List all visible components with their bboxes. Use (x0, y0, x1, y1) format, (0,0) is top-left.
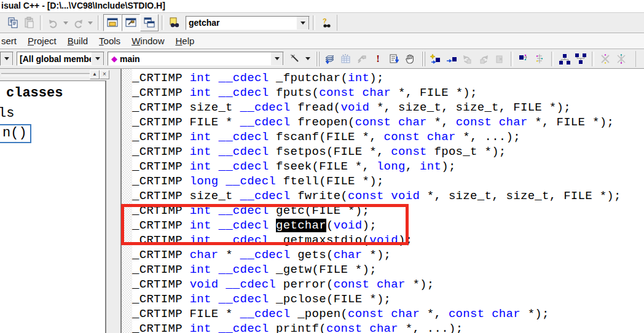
compile-button[interactable] (322, 51, 338, 67)
code-line: _CRTIMP int __cdecl getchar(void); (132, 218, 644, 233)
find-combobox-dropdown[interactable] (296, 16, 309, 30)
svg-text:?: ? (323, 17, 327, 25)
code-line: _CRTIMP FILE * __cdecl freopen(const cha… (132, 115, 644, 130)
execute-program-button[interactable]: ! (370, 51, 386, 67)
members-list-button[interactable] (532, 51, 548, 67)
base-classes-button[interactable] (573, 51, 589, 67)
workspace-window-icon (106, 17, 119, 29)
menu-item-window[interactable]: Window (126, 36, 170, 46)
forward-context-icon (478, 53, 489, 65)
derived-graph-icon (599, 53, 611, 65)
member-combobox-dropdown[interactable] (270, 52, 283, 66)
base-graph-button[interactable] (613, 51, 629, 67)
selected-word: getchar (276, 219, 326, 232)
wizard-build-toolbar: [All global members ◆ main (0, 49, 644, 69)
tree-item-globals[interactable]: ls (0, 106, 14, 121)
tree-item-classes[interactable]: classes (6, 85, 63, 101)
forward-context-button[interactable] (476, 51, 492, 67)
menu-item-project[interactable]: Project (22, 36, 62, 46)
code-line: _CRTIMP long __cdecl ftell(FILE *); (132, 174, 644, 189)
build-button[interactable] (338, 51, 354, 67)
class-combobox-clipped[interactable] (0, 52, 14, 66)
cascade-windows-icon (143, 17, 155, 29)
undo-button[interactable] (45, 15, 61, 31)
go-button[interactable] (386, 51, 402, 67)
paste-icon (23, 17, 35, 29)
menu-item-help[interactable]: Help (170, 36, 200, 46)
output-toggle-button[interactable] (122, 14, 140, 31)
derived-classes-button[interactable] (557, 51, 573, 67)
compile-icon (324, 53, 336, 65)
tree-item-main-selected[interactable]: n() (0, 124, 31, 143)
hand-icon (404, 53, 416, 65)
window-list-button[interactable] (140, 14, 159, 31)
pane-collapse-button[interactable]: ▲ (90, 70, 100, 79)
goto-reference-button[interactable] (444, 51, 460, 67)
paste-button[interactable] (21, 15, 37, 31)
magic-wand-icon (289, 53, 302, 65)
find-combobox[interactable]: getchar (186, 16, 310, 30)
window-title: isual C++ - [D:\...\VC98\Include\STDIO.H… (1, 1, 165, 10)
build-icon (340, 53, 352, 65)
code-line: _CRTIMP int __cdecl fscanf(FILE *, const… (132, 130, 644, 144)
workspace-pane: ▲ × classes ls n() (0, 69, 120, 333)
redo-icon (73, 17, 84, 28)
code-line: _CRTIMP int __cdecl fseek(FILE *, long, … (132, 159, 644, 174)
next-definition-button[interactable] (492, 51, 508, 67)
workspace-toggle-button[interactable] (103, 14, 122, 31)
base-graph-icon (615, 53, 627, 65)
insert-breakpoint-button[interactable] (402, 51, 418, 67)
code-line: _CRTIMP int __cdecl printf(const char *,… (132, 321, 644, 333)
filter-combobox-dropdown[interactable] (91, 52, 104, 66)
wizardbar-action-button[interactable] (288, 51, 304, 67)
filter-combobox-value: [All global members (17, 54, 91, 64)
menu-item-tools[interactable]: Tools (93, 36, 126, 46)
menu-item-build[interactable]: Build (62, 36, 93, 46)
find-combobox-value: getchar (186, 18, 296, 28)
class-combobox-dropdown[interactable] (0, 52, 13, 66)
search-help-icon: ? (320, 17, 332, 29)
redo-dropdown[interactable] (86, 15, 95, 31)
next-definition-icon (494, 53, 505, 65)
derived-classes-icon (559, 53, 571, 65)
filter-combobox[interactable]: [All global members (17, 52, 104, 66)
search-help-button[interactable]: ? (318, 15, 334, 31)
go-icon (388, 53, 400, 65)
goto-definition-button[interactable] (428, 51, 444, 67)
classview-tree[interactable]: classes ls n() (0, 80, 106, 333)
derived-graph-button[interactable] (597, 51, 613, 67)
redo-button[interactable] (70, 15, 86, 31)
code-line: _CRTIMP FILE * __cdecl _popen(const char… (132, 307, 644, 321)
goto-definition-icon (430, 53, 442, 65)
undo-icon (48, 17, 59, 28)
pane-close-button[interactable]: × (100, 70, 109, 79)
code-line: _CRTIMP int __cdecl getc(FILE *); (132, 203, 644, 218)
code-line: _CRTIMP size_t __cdecl fread(void *, siz… (132, 100, 644, 115)
base-classes-icon (575, 53, 587, 65)
pop-context-button[interactable] (460, 51, 476, 67)
stop-build-button[interactable] (354, 51, 370, 67)
menu-bar: sertProjectBuildToolsWindowHelp (0, 33, 644, 49)
goto-reference-icon (446, 53, 458, 65)
members-list-icon (534, 53, 546, 65)
code-line: _CRTIMP size_t __cdecl fwrite(const void… (132, 189, 644, 203)
code-line: _CRTIMP int __cdecl _pclose(FILE *); (132, 292, 644, 307)
selection-margin[interactable] (122, 69, 132, 333)
source-editor[interactable]: _CRTIMP int __cdecl _fputchar(int);_CRTI… (120, 69, 644, 333)
pane-gripper[interactable] (1, 73, 90, 76)
output-window-icon (125, 17, 137, 29)
wizardbar-action-dropdown[interactable] (304, 51, 312, 67)
menu-item-sert[interactable]: sert (0, 36, 22, 46)
code-line: _CRTIMP char * __cdecl gets(char *); (132, 248, 644, 262)
standard-toolbar: getchar ? (0, 13, 644, 33)
undo-dropdown[interactable] (61, 15, 70, 31)
member-combobox[interactable]: ◆ main (108, 52, 284, 66)
find-in-files-button[interactable] (167, 15, 183, 31)
member-diamond-icon: ◆ (108, 54, 117, 63)
code-line: _CRTIMP int __cdecl _fputchar(int); (132, 71, 644, 85)
code-text[interactable]: _CRTIMP int __cdecl _fputchar(int);_CRTI… (132, 71, 644, 333)
copy-button[interactable] (5, 15, 21, 31)
call-graph-button[interactable] (516, 51, 532, 67)
code-line: _CRTIMP int __cdecl _getmaxstdio(void); (132, 233, 644, 248)
vc6-ide-window: isual C++ - [D:\...\VC98\Include\STDIO.H… (0, 0, 644, 333)
